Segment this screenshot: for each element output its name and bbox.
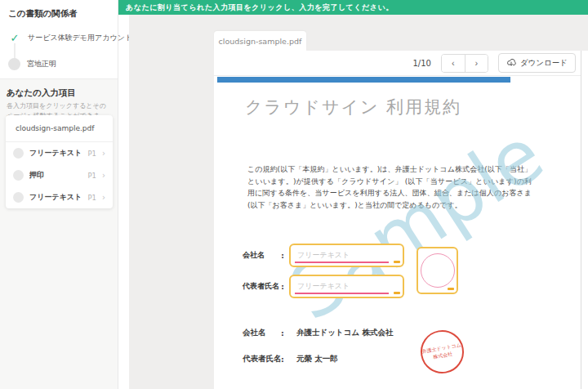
inputs-title: あなたの入力項目 (7, 87, 76, 99)
notification-banner: あなたに割り当てられた入力項目をクリックし、入力を完了してください。 (118, 0, 588, 15)
cloudsign-app: あなたに割り当てられた入力項目をクリックし、入力を完了してください。 この書類の… (0, 0, 588, 389)
participant-row-completed: ✓ サービス体験デモ用アカウント (8, 31, 132, 44)
field-underline (295, 262, 389, 263)
pending-circle-icon (8, 58, 20, 70)
participant-name: サービス体験デモ用アカウント (28, 33, 132, 43)
stamp-circle-icon (421, 253, 455, 288)
check-icon: ✓ (8, 31, 21, 44)
page-nav-group: ‹ › (441, 54, 488, 73)
item-page-badge: P1 (87, 194, 96, 202)
company-name-input[interactable] (291, 247, 403, 267)
file-name: cloudsign-sample.pdf (6, 115, 113, 142)
participants-title: この書類の関係者 (8, 8, 78, 20)
participants-section: この書類の関係者 ✓ サービス体験デモ用アカウント 宮地正明 (0, 0, 118, 78)
signature-representative-row: 代表者氏名 : 元榮 太一郎 (243, 354, 338, 364)
document-body-text: この規約(以下「本規約」といいます。)は、弁護士ドットコム株式会社(以下「当社」… (247, 163, 532, 211)
resize-handle-icon (448, 288, 454, 290)
signature-company-row: 会社名 : 弁護士ドットコム 株式会社 (243, 328, 393, 338)
pdf-page: クラウドサイン 利用規約 この規約(以下「本規約」といいます。)は、弁護士ドット… (214, 75, 581, 389)
free-text-input-representative[interactable] (289, 275, 404, 298)
free-text-input-company[interactable] (289, 244, 404, 267)
input-item-free-text-2[interactable]: フリーテキスト P1 › (6, 186, 113, 208)
field-underline (295, 293, 389, 294)
resize-handle-icon (394, 261, 400, 263)
viewer-toolbar: 1/10 ‹ › ダウンロード (214, 51, 581, 75)
participant-row-pending: 宮地正明 (8, 57, 56, 70)
cloud-download-icon (506, 58, 516, 68)
item-status-circle-icon (13, 148, 24, 159)
your-inputs-section: あなたの入力項目 各入力項目をクリックするとそのページへ移動することができます。… (0, 78, 118, 389)
representative-name-input[interactable] (291, 278, 403, 298)
company-name-field-row: 会社名 : (243, 244, 404, 267)
item-page-badge: P1 (87, 150, 96, 158)
document-tab[interactable]: cloudsign-sample.pdf (214, 31, 306, 51)
viewer-scrollbar[interactable] (581, 51, 588, 389)
item-status-circle-icon (13, 170, 24, 181)
chevron-right-icon: › (102, 150, 105, 158)
input-item-free-text-1[interactable]: フリーテキスト P1 › (6, 142, 113, 164)
sidebar: この書類の関係者 ✓ サービス体験デモ用アカウント 宮地正明 あなたの入力項目 … (0, 0, 118, 389)
resize-handle-icon (394, 292, 400, 294)
prev-page-button[interactable]: ‹ (442, 55, 465, 72)
participant-name: 宮地正明 (27, 59, 56, 69)
item-page-badge: P1 (87, 172, 96, 180)
document-title: クラウドサイン 利用規約 (245, 96, 461, 118)
page-header-bar (217, 77, 510, 83)
page-indicator: 1/10 (412, 59, 430, 68)
item-status-circle-icon (13, 192, 24, 203)
next-page-button[interactable]: › (465, 55, 488, 72)
banner-text: あなたに割り当てられた入力項目をクリックし、入力を完了してください。 (126, 3, 394, 11)
chevron-right-icon: › (102, 194, 105, 202)
company-seal-stamp: 弁護士ドットコム 株式会社 (417, 327, 467, 377)
input-items-card: cloudsign-sample.pdf フリーテキスト P1 › 押印 P1 … (6, 115, 113, 208)
chevron-right-icon: › (102, 172, 105, 180)
stamp-placeholder-field[interactable] (416, 247, 458, 294)
sample-watermark: Sample (256, 99, 577, 351)
download-button[interactable]: ダウンロード (498, 53, 576, 73)
representative-field-row: 代表者氏名 : (243, 275, 404, 298)
input-item-stamp[interactable]: 押印 P1 › (6, 164, 113, 186)
